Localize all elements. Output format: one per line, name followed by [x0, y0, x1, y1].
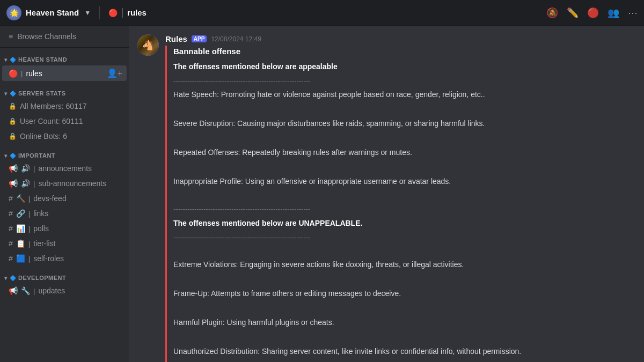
channel-item-self-roles[interactable]: # 🟦 | self-roles	[2, 252, 127, 265]
browse-label: Browse Channels	[17, 32, 76, 41]
channel-name-self-roles: self-roles	[33, 254, 122, 263]
server-name: Heaven Stand	[26, 8, 79, 17]
section-diamond-icon: 🔷	[10, 57, 17, 63]
channel-item-online-bots: 🔒 Online Bots: 6	[2, 129, 127, 143]
channel-name-all-members: All Members: 60117	[20, 102, 122, 110]
channel-item-links[interactable]: # 🔗 | links	[2, 206, 127, 220]
line-harmful-plugin: Harmful Plugin: Using harmful plugins or…	[173, 317, 635, 328]
link-icon: 🔗	[16, 209, 25, 218]
line-hate-speech: Hate Speech: Promoting hate or violence …	[173, 89, 635, 100]
section-diamond-icon: 🔷	[10, 275, 17, 281]
section-important[interactable]: ▾ 🔷 IMPORTANT	[0, 144, 129, 161]
mute-icon[interactable]: 🔕	[546, 7, 558, 19]
channel-icon: 🔴	[108, 9, 118, 17]
arrow-icon: ▾	[4, 153, 8, 159]
divider3: ----------------------------------------…	[173, 232, 635, 243]
hammer-icon: 🔨	[16, 194, 25, 203]
avatar: 🐴	[137, 34, 159, 56]
wrench-icon: 🔧	[21, 286, 30, 295]
channel-item-announcements[interactable]: 📢 🔊 | announcements	[2, 161, 127, 175]
line-frame-up: Frame-Up: Attempts to frame others or ed…	[173, 288, 635, 299]
bar-icon: |	[21, 69, 23, 77]
section-diamond-icon: 🔷	[10, 153, 17, 159]
sound-icon: 🔊	[21, 179, 30, 188]
message-subtitle: The offenses mentioned below are appeala…	[173, 61, 635, 72]
hash-icon: #	[9, 224, 13, 233]
divider2: ----------------------------------------…	[173, 204, 635, 215]
content: 🐴 Rules APP 12/08/2024 12:49 Bannable of…	[129, 26, 644, 362]
avatar-image: 🐴	[137, 34, 159, 56]
bar-icon: |	[28, 225, 30, 233]
channel-name-user-count: User Count: 60111	[20, 117, 122, 125]
channel-divider	[122, 8, 123, 18]
hash-icon: #	[9, 239, 13, 248]
section-heaven-stand[interactable]: ▾ 🔷 HEAVEN STAND	[0, 48, 129, 65]
server-dropdown-icon[interactable]: ▼	[84, 9, 91, 17]
message-group: 🐴 Rules APP 12/08/2024 12:49 Bannable of…	[137, 34, 635, 362]
channel-header: 🔴 rules	[108, 8, 147, 18]
line-extreme-violations: Extreme Violations: Engaging in severe a…	[173, 259, 635, 270]
hash-icon: #	[9, 194, 13, 203]
bar-icon: |	[33, 180, 35, 188]
ban-icon[interactable]: 🔴	[587, 7, 599, 19]
channel-item-rules[interactable]: 🔴 | rules 👤+	[2, 65, 127, 81]
divider	[99, 6, 100, 19]
bar-icon: |	[33, 165, 35, 173]
messages-area[interactable]: 🐴 Rules APP 12/08/2024 12:49 Bannable of…	[129, 26, 644, 362]
bar-icon: |	[28, 240, 30, 248]
message-content: Rules APP 12/08/2024 12:49 Bannable offe…	[165, 34, 635, 362]
members-icon[interactable]: 👥	[608, 7, 619, 19]
line-unappealable: The offenses mentioned below are UNAPPEA…	[173, 218, 635, 229]
channel-item-polls[interactable]: # 📊 | polls	[2, 221, 127, 235]
main: ≡ Browse Channels ▾ 🔷 HEAVEN STAND 🔴 | r…	[0, 26, 644, 362]
divider1: ----------------------------------------…	[173, 76, 635, 86]
channel-name-polls: polls	[33, 224, 122, 233]
channel-name-tier-list: tier-list	[33, 239, 122, 248]
arrow-icon: ▾	[4, 275, 8, 281]
arrow-icon: ▾	[4, 57, 8, 63]
more-icon[interactable]: ⋯	[628, 7, 638, 19]
rules-icon: 🔴	[9, 69, 18, 78]
line-severe-disruption: Severe Disruption: Causing major disturb…	[173, 118, 635, 129]
app-badge: APP	[192, 35, 207, 42]
channel-name-rules: rules	[26, 69, 103, 78]
line-inappropriate-profile: Inappropriate Profile: Using an offensiv…	[173, 176, 635, 187]
server-icon: 🌟	[6, 5, 21, 20]
section-diamond-icon: 🔷	[10, 91, 17, 97]
add-member-icon[interactable]: 👤+	[107, 68, 122, 78]
browse-channels[interactable]: ≡ Browse Channels	[0, 26, 129, 48]
chart-icon: 📊	[16, 224, 25, 233]
channel-item-devs-feed[interactable]: # 🔨 | devs-feed	[2, 191, 127, 205]
channel-name-devs-feed: devs-feed	[33, 194, 122, 203]
sidebar: ≡ Browse Channels ▾ 🔷 HEAVEN STAND 🔴 | r…	[0, 26, 129, 362]
section-development[interactable]: ▾ 🔷 DEVELOPMENT	[0, 266, 129, 283]
bar-icon: |	[28, 195, 30, 203]
channel-name-updates: updates	[38, 286, 122, 295]
channel-name-sub-announcements: sub-announcements	[38, 179, 122, 188]
lock-icon: 🔒	[9, 117, 17, 125]
bar-icon: |	[33, 287, 35, 295]
channel-name-announcements: announcements	[38, 164, 122, 173]
list-icon: 📋	[16, 239, 25, 248]
message-author: Rules	[165, 34, 187, 43]
message-header: Rules APP 12/08/2024 12:49	[165, 34, 635, 43]
lock-icon: 🔒	[9, 102, 17, 110]
topbar-left: 🌟 Heaven Stand ▼ 🔴 rules	[6, 5, 147, 20]
hash-icon: #	[9, 209, 13, 218]
megaphone-icon: 📢	[9, 164, 18, 173]
channel-item-all-members: 🔒 All Members: 60117	[2, 99, 127, 113]
line-unauthorized-distribution: Unauthorized Distribution: Sharing serve…	[173, 346, 635, 357]
megaphone-icon: 📢	[9, 179, 18, 188]
hash-icon: #	[9, 254, 13, 263]
channel-item-tier-list[interactable]: # 📋 | tier-list	[2, 237, 127, 250]
browse-icon: ≡	[9, 32, 13, 41]
edit-icon[interactable]: ✏️	[567, 7, 579, 19]
arrow-icon: ▾	[4, 91, 8, 97]
topbar-right: 🔕 ✏️ 🔴 👥 ⋯	[546, 7, 638, 19]
channel-header-name: rules	[127, 8, 147, 17]
roles-icon: 🟦	[16, 254, 25, 263]
channel-item-updates[interactable]: 📢 🔧 | updates	[2, 284, 127, 298]
channel-name-online-bots: Online Bots: 6	[20, 132, 122, 141]
section-server-stats[interactable]: ▾ 🔷 SERVER STATS	[0, 82, 129, 99]
channel-item-sub-announcements[interactable]: 📢 🔊 | sub-announcements	[2, 176, 127, 190]
